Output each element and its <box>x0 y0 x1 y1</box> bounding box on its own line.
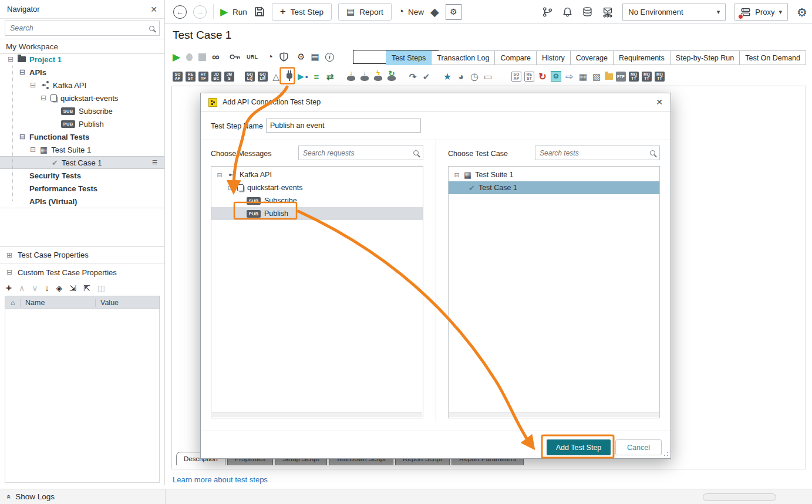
graphql-mutation-step-icon[interactable]: GQLM <box>258 72 268 82</box>
dialog-tree-kafka-api[interactable]: ⊟ Kafka API <box>211 168 423 181</box>
amf-step-icon[interactable]: ◕ <box>456 72 466 82</box>
learn-more-link[interactable]: Learn more about test steps <box>173 475 268 484</box>
info-icon[interactable]: i <box>325 53 334 62</box>
dialog-tree-publish-selected[interactable]: PUB Publish <box>211 207 423 220</box>
move-up-icon[interactable]: ∧ <box>19 283 25 293</box>
tree-item-quickstart-events[interactable]: ⊟ quickstart-events <box>0 92 164 104</box>
collapse-box-icon[interactable]: ⊟ <box>216 171 223 178</box>
git-branch-icon[interactable] <box>542 6 553 18</box>
forward-icon[interactable]: → <box>193 5 207 19</box>
collapse-box-icon[interactable]: ⊟ <box>7 56 14 63</box>
save-icon[interactable] <box>254 6 265 18</box>
assertion-step-icon[interactable]: ✔ <box>421 72 432 82</box>
add-test-step-button[interactable]: Add Test Step <box>547 439 611 455</box>
dialog-tree-quickstart-events[interactable]: ⊟ quickstart-events <box>211 181 423 194</box>
conditional-goto-step-icon[interactable]: ↷ <box>407 72 418 82</box>
jms-step-icon[interactable]: JMS <box>224 72 234 82</box>
horizontal-scrollbar[interactable] <box>449 412 659 417</box>
test-case-properties-header[interactable]: ⊞ Test Case Properties <box>0 247 164 263</box>
settings-icon[interactable]: ⚙ <box>297 52 305 62</box>
tree-item-apis[interactable]: ⊟ APIs <box>0 66 164 79</box>
export-properties-icon[interactable]: ⇱ <box>83 283 90 293</box>
add-test-step-toolbar-button[interactable]: + Test Step <box>272 3 332 21</box>
tree-item-functional-tests[interactable]: ⊟ Functional Tests <box>0 130 164 143</box>
mail-network-icon[interactable] <box>602 6 614 18</box>
debug-bug-icon[interactable] <box>186 53 193 61</box>
cancel-button[interactable]: Cancel <box>615 439 662 455</box>
import-properties-icon[interactable]: ⇲ <box>69 283 76 293</box>
tab-test-on-demand[interactable]: Test On Demand <box>739 50 806 65</box>
collapse-box-icon[interactable]: ⊟ <box>40 94 47 102</box>
datasource-loop-step-icon[interactable]: ↻ <box>386 71 397 82</box>
tab-requirements[interactable]: Requirements <box>613 50 671 65</box>
delete-property-icon[interactable]: ◫ <box>97 283 105 293</box>
database-icon[interactable] <box>582 6 593 18</box>
sort-icon[interactable]: ↓ <box>45 283 49 293</box>
tree-item-publish[interactable]: PUB Publish <box>0 117 164 130</box>
tree-report-step-icon[interactable]: ▧ <box>591 72 602 82</box>
search-input[interactable] <box>10 24 149 32</box>
run-button[interactable]: ▶ Run <box>220 7 247 17</box>
close-icon[interactable]: ✕ <box>150 5 157 14</box>
dialog-tree-test-case-selected[interactable]: ✔ Test Case 1 <box>449 181 659 194</box>
collapse-box-icon[interactable]: ⊟ <box>19 69 26 76</box>
loop-icon[interactable]: ∞ <box>212 51 220 63</box>
manual-step-icon[interactable]: ▭ <box>483 72 493 82</box>
delay-step-icon[interactable]: ◷ <box>469 72 480 82</box>
rest-mock-step-icon[interactable]: REST <box>524 72 534 82</box>
report-button[interactable]: ▤ Report <box>338 3 392 21</box>
properties-step-icon[interactable]: ≡ <box>311 72 322 82</box>
groovy-script-step-icon[interactable]: ▶ ● <box>298 72 308 81</box>
description-doc-icon[interactable]: ▤ <box>311 52 319 62</box>
test-step-name-input[interactable] <box>266 119 421 133</box>
tree-item-test-suite[interactable]: ⊟ ▦ Test Suite 1 <box>0 143 164 156</box>
tree-item-security-tests[interactable]: Security Tests <box>0 169 164 182</box>
run-test-case-step-icon[interactable]: ⇨ <box>564 72 575 82</box>
collapse-box-icon[interactable]: ⊟ <box>19 133 26 140</box>
tab-compare[interactable]: Compare <box>494 50 536 65</box>
http-step-icon[interactable]: HTTP <box>198 72 208 82</box>
collapse-box-icon[interactable]: ⊟ <box>453 171 460 178</box>
back-icon[interactable]: ← <box>173 5 187 19</box>
add-property-icon[interactable]: + <box>6 282 12 294</box>
stop-icon[interactable] <box>198 53 206 61</box>
proxy-button[interactable]: Proxy ▾ <box>734 4 788 21</box>
show-logs-button[interactable]: « Show Logs <box>0 492 55 501</box>
mock-run-step-icon[interactable]: ↻ <box>537 72 548 82</box>
rest-step-icon[interactable]: REST <box>186 72 196 82</box>
jdbc-step-icon[interactable]: JDBC <box>211 72 221 82</box>
tree-item-kafka-api[interactable]: ⊟ Kafka API <box>0 79 164 92</box>
mqtt-subscribe-step-icon[interactable]: MQTT <box>642 72 652 82</box>
property-transfer-step-icon[interactable]: ⇄ <box>325 72 335 82</box>
datasink-step-icon[interactable]: ↓ <box>359 71 370 82</box>
dialog-tree-test-suite[interactable]: ⊟ ▦ Test Suite 1 <box>449 168 659 181</box>
dialog-close-icon[interactable]: ✕ <box>656 97 663 107</box>
messages-search[interactable] <box>298 146 423 160</box>
url-label[interactable]: URL <box>247 54 258 60</box>
settings-gear-icon[interactable]: ⚙ <box>797 5 807 19</box>
run-test-case-icon[interactable]: ▶ <box>173 52 180 62</box>
tree-item-performance-tests[interactable]: Performance Tests <box>0 182 164 195</box>
move-down-icon[interactable]: ∨ <box>32 283 38 293</box>
mqtt-drop-step-icon[interactable]: MQTT <box>655 72 665 82</box>
tree-item-subscribe[interactable]: SUB Subscribe <box>0 104 164 117</box>
soap-step-icon[interactable]: SOAP <box>173 72 183 82</box>
collapse-box-icon[interactable]: ⊟ <box>29 82 36 89</box>
tests-search-input[interactable] <box>540 149 650 157</box>
ftp-step-icon[interactable]: FTP <box>616 72 626 82</box>
hierarchy-step-icon[interactable]: ▦ <box>578 72 588 82</box>
connect-step-icon[interactable]: ⚙ <box>551 71 561 82</box>
tab-transaction-log[interactable]: Transaction Log <box>431 50 495 65</box>
tab-coverage[interactable]: Coverage <box>570 50 614 65</box>
soap-mock-step-icon[interactable]: SOAP <box>511 72 521 82</box>
api-connection-step-icon[interactable] <box>284 70 295 83</box>
tab-test-steps[interactable]: Test Steps <box>386 50 432 65</box>
collapse-box-icon[interactable]: ⊟ <box>227 184 234 191</box>
tests-search[interactable] <box>535 146 660 160</box>
tab-history[interactable]: History <box>536 50 571 65</box>
resize-grip[interactable] <box>664 452 668 456</box>
dialog-tree-subscribe[interactable]: SUB Subscribe <box>211 194 423 207</box>
favorite-step-icon[interactable]: ★ <box>442 72 453 82</box>
datagen-step-icon[interactable]: ϟ <box>373 71 383 82</box>
expand-box-icon[interactable]: ⊞ <box>6 252 13 259</box>
